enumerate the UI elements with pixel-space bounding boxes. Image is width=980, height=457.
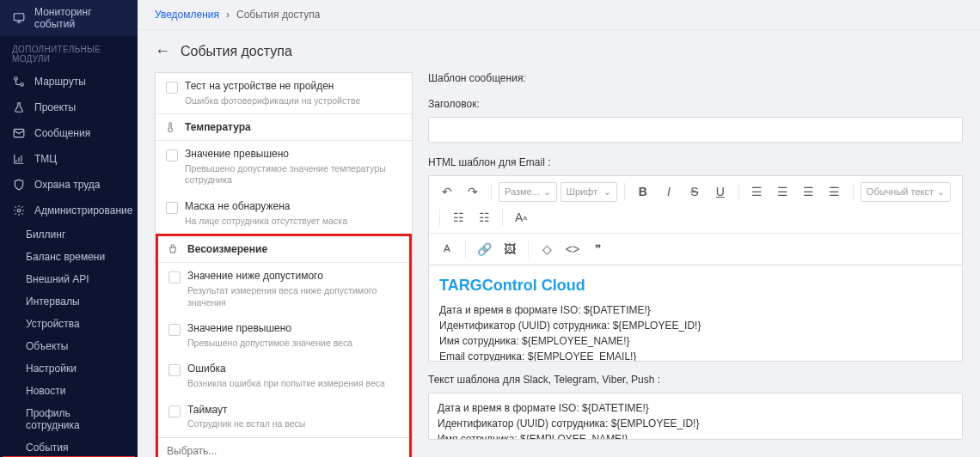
event-title: Тест на устройстве не пройден bbox=[185, 80, 401, 94]
font-family-select[interactable]: Шрифт⌄ bbox=[560, 182, 617, 202]
sidebar-item-projects[interactable]: Проекты bbox=[0, 94, 138, 120]
title-input[interactable] bbox=[428, 117, 963, 143]
shield-icon bbox=[12, 178, 26, 192]
editor-toolbar: ↶ ↷ Разме...⌄ Шрифт⌄ B I S U ☰ ☰ ☰ bbox=[428, 175, 963, 265]
back-arrow-icon[interactable]: ← bbox=[155, 42, 170, 60]
event-item[interactable]: Значение ниже допустимого Результат изме… bbox=[158, 263, 409, 315]
gear-icon bbox=[12, 204, 26, 217]
event-item[interactable]: Маска не обнаружена На лице сотрудника о… bbox=[156, 193, 412, 234]
sidebar-item-routes[interactable]: Маршруты bbox=[0, 69, 138, 94]
color-button[interactable] bbox=[436, 238, 458, 260]
sidebar-sub-intervals[interactable]: Интервалы bbox=[0, 290, 138, 313]
scale-icon bbox=[167, 243, 181, 255]
sidebar-sub-devices[interactable]: Устройства bbox=[0, 313, 138, 335]
event-item[interactable]: Значение превышено Превышено допустимое … bbox=[156, 141, 412, 193]
page-title: События доступа bbox=[181, 44, 292, 59]
sidebar-label: Проекты bbox=[34, 101, 76, 113]
sidebar-sub-objects[interactable]: Объекты bbox=[0, 335, 138, 357]
sidebar-sub-api[interactable]: Внешний API bbox=[0, 268, 138, 290]
event-sub: Результат измерения веса ниже допустимог… bbox=[187, 285, 399, 308]
sidebar-sub-news[interactable]: Новости bbox=[0, 380, 138, 402]
event-sub: На лице сотрудника отсутствует маска bbox=[185, 216, 401, 228]
list-ordered-button[interactable]: ☷ bbox=[447, 206, 469, 228]
checkbox[interactable] bbox=[168, 405, 181, 417]
breadcrumb-sep: › bbox=[226, 9, 230, 21]
sidebar-sub-events[interactable]: События bbox=[0, 436, 138, 457]
sidebar-label: Охрана труда bbox=[34, 179, 101, 191]
text-style-select[interactable]: Обычный текст⌄ bbox=[861, 182, 951, 202]
image-button[interactable]: 🖼 bbox=[499, 238, 521, 260]
html-editor[interactable]: TARGControl CloudДата и время в формате … bbox=[428, 265, 963, 362]
checkbox[interactable] bbox=[166, 82, 178, 94]
event-item[interactable]: Ошибка Возникла ошибка при попытке измер… bbox=[158, 356, 409, 396]
sidebar-item-messages[interactable]: Сообщения bbox=[0, 120, 138, 146]
breadcrumb-link[interactable]: Уведомления bbox=[155, 9, 219, 21]
superscript-button[interactable]: Aa bbox=[510, 206, 532, 228]
route-icon bbox=[12, 75, 26, 88]
quote-button[interactable]: ❞ bbox=[587, 238, 609, 260]
sidebar-label: Администрирование bbox=[34, 204, 132, 216]
sidebar-sub-settings[interactable]: Настройки bbox=[0, 357, 138, 380]
event-sub: Превышено допустимое значение температур… bbox=[185, 163, 401, 186]
thermometer-icon bbox=[164, 121, 178, 133]
list-unordered-button[interactable]: ☷ bbox=[473, 206, 495, 228]
checkbox[interactable] bbox=[166, 149, 178, 161]
chevron-down-icon: ⌄ bbox=[543, 186, 551, 198]
text-template-area[interactable]: Дата и время в формате ISO: ${DATETIME!}… bbox=[428, 393, 963, 440]
checkbox[interactable] bbox=[168, 364, 181, 376]
event-group-title: Температура bbox=[185, 121, 251, 133]
sidebar-label: ТМЦ bbox=[34, 153, 57, 165]
sidebar-item-admin[interactable]: Администрирование ⌄ bbox=[0, 198, 138, 223]
template-section-label: Шаблон сообщения: bbox=[428, 72, 963, 84]
align-center-button[interactable]: ☰ bbox=[772, 180, 794, 203]
align-right-button[interactable]: ☰ bbox=[798, 180, 820, 203]
checkbox[interactable] bbox=[168, 271, 181, 283]
event-select-input[interactable] bbox=[158, 437, 409, 457]
breadcrumb: Уведомления › События доступа bbox=[138, 0, 980, 30]
title-field-label: Заголовок: bbox=[428, 98, 963, 110]
mail-icon bbox=[12, 126, 26, 140]
event-title: Значение превышено bbox=[187, 322, 399, 336]
code-button[interactable]: <> bbox=[561, 238, 584, 260]
sidebar-item-safety[interactable]: Охрана труда bbox=[0, 172, 138, 198]
checkbox[interactable] bbox=[166, 202, 178, 214]
sidebar-sub-billing[interactable]: Биллинг bbox=[0, 223, 138, 246]
event-title: Таймаут bbox=[187, 404, 399, 417]
event-group-title: Весоизмерение bbox=[187, 243, 267, 255]
chart-icon bbox=[12, 152, 26, 166]
event-title: Значение превышено bbox=[185, 148, 401, 161]
breadcrumb-current: События доступа bbox=[236, 9, 320, 21]
underline-button[interactable]: U bbox=[709, 180, 732, 203]
event-item[interactable]: Значение превышено Превышено допустимое … bbox=[158, 315, 409, 356]
event-sub: Сотрудник не встал на весы bbox=[187, 418, 399, 430]
sidebar-sub-profile[interactable]: Профиль сотрудника bbox=[0, 402, 138, 436]
flask-icon bbox=[12, 101, 26, 114]
eraser-button[interactable]: ◇ bbox=[536, 238, 558, 260]
sidebar-item-tmc[interactable]: ТМЦ bbox=[0, 146, 138, 172]
monitor-icon bbox=[12, 11, 26, 25]
sidebar-sub-balance[interactable]: Баланс времени bbox=[0, 246, 138, 268]
event-sub: Ошибка фотоверификации на устройстве bbox=[185, 95, 401, 107]
redo-button[interactable]: ↷ bbox=[462, 180, 484, 203]
event-item[interactable]: Тест на устройстве не пройден Ошибка фот… bbox=[156, 73, 412, 113]
text-template-label: Текст шаблона для Slack, Telegram, Viber… bbox=[428, 374, 963, 386]
sidebar-section-header: ДОПОЛНИТЕЛЬНЫЕ МОДУЛИ bbox=[0, 36, 138, 69]
svg-point-4 bbox=[17, 209, 21, 212]
chevron-down-icon: ⌄ bbox=[937, 186, 945, 198]
svg-point-1 bbox=[15, 77, 18, 81]
italic-button[interactable]: I bbox=[658, 180, 680, 203]
align-left-button[interactable]: ☰ bbox=[746, 180, 769, 203]
checkbox[interactable] bbox=[168, 324, 181, 336]
font-size-select[interactable]: Разме...⌄ bbox=[499, 182, 557, 202]
strike-button[interactable]: S bbox=[683, 180, 706, 203]
event-item[interactable]: Таймаут Сотрудник не встал на весы bbox=[158, 397, 409, 437]
svg-point-2 bbox=[21, 83, 24, 87]
sidebar-label: Маршруты bbox=[34, 76, 86, 88]
svg-rect-0 bbox=[14, 14, 24, 21]
bold-button[interactable]: B bbox=[632, 180, 654, 203]
link-button[interactable]: 🔗 bbox=[473, 238, 495, 260]
align-justify-button[interactable]: ☰ bbox=[824, 180, 846, 203]
event-group-header: Весоизмерение bbox=[158, 236, 409, 263]
sidebar-item-monitoring[interactable]: Мониторинг событий bbox=[0, 0, 138, 36]
undo-button[interactable]: ↶ bbox=[436, 180, 458, 203]
